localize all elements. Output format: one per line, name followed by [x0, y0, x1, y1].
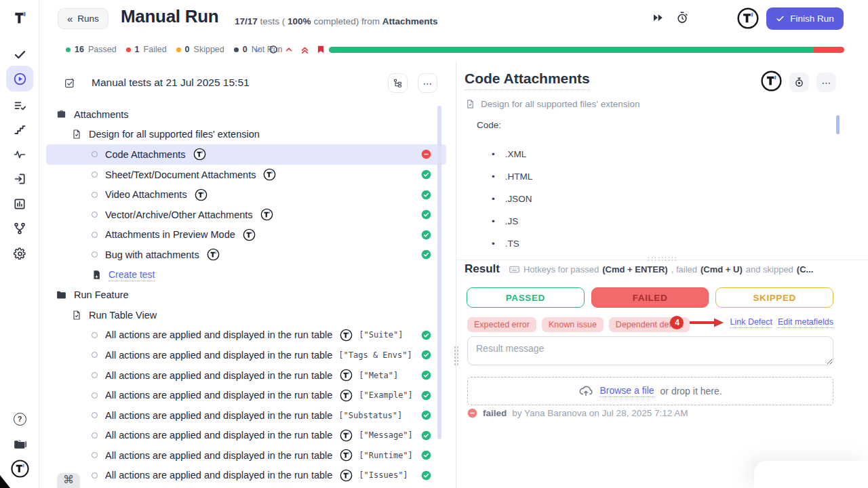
- tree-scrollbar[interactable]: [437, 106, 441, 439]
- result-message-input[interactable]: [467, 336, 833, 365]
- detail-more-button[interactable]: ⋯: [816, 73, 836, 92]
- status-passed-icon: [421, 430, 431, 441]
- test-marker-circle: [92, 412, 98, 418]
- projects-folder-icon[interactable]: [0, 434, 39, 453]
- circle-icon[interactable]: [269, 45, 278, 54]
- testomat-badge-icon: [340, 369, 353, 382]
- stopwatch-button[interactable]: [789, 73, 809, 92]
- file-drop-area[interactable]: Browse a file or drop it here.: [467, 377, 833, 405]
- passed-button[interactable]: PASSED: [467, 287, 585, 308]
- skipped-button[interactable]: SKIPPED: [715, 287, 833, 308]
- file-plus-icon: [92, 270, 102, 280]
- double-chevron-up-icon[interactable]: [300, 45, 310, 55]
- runs-play-icon-active[interactable]: [6, 66, 33, 92]
- fast-forward-icon[interactable]: [652, 12, 664, 24]
- tree-row-doc[interactable]: Run Table View: [46, 305, 446, 325]
- tree-row-test[interactable]: Attachments in Preview Mode: [46, 225, 446, 245]
- corner-popup: [754, 461, 868, 488]
- tree-item-label: Design for all supported files' extensio…: [89, 129, 260, 140]
- tree-row-test[interactable]: All actions are applied and displayed in…: [46, 426, 446, 446]
- tree-more-button[interactable]: ⋯: [418, 73, 437, 93]
- progress-passed: [329, 47, 814, 53]
- tree-row-test[interactable]: All actions are applied and displayed in…: [46, 466, 446, 486]
- test-marker-circle: [92, 232, 98, 238]
- timer-icon[interactable]: [675, 11, 689, 24]
- skipped-count: 0: [185, 45, 190, 54]
- test-marker-circle: [92, 392, 98, 399]
- tree-rows: AttachmentsDesign for all supported file…: [39, 104, 456, 485]
- tree-row-test[interactable]: All actions are applied and displayed in…: [46, 405, 446, 426]
- help-icon[interactable]: ?: [0, 409, 39, 428]
- tree-row-test[interactable]: Bug with attachments: [46, 245, 446, 265]
- drop-hint: or drop it here.: [660, 386, 722, 396]
- tree-row-test[interactable]: All actions are applied and displayed in…: [46, 365, 446, 386]
- test-marker-circle: [92, 432, 98, 439]
- testomat-badge-icon: [195, 188, 208, 201]
- test-logo-avatar[interactable]: [761, 70, 782, 94]
- tree-row-test[interactable]: Vector/Archive/Other Attachments: [46, 205, 446, 225]
- tree-row-test[interactable]: All actions are applied and displayed in…: [46, 385, 446, 405]
- result-buttons: PASSED FAILED SKIPPED: [467, 287, 833, 308]
- bookmark-icon[interactable]: [316, 44, 326, 55]
- testomat-logo-icon[interactable]: [0, 8, 39, 27]
- cmd-key-button[interactable]: ⌘: [57, 473, 80, 488]
- import-icon[interactable]: [0, 169, 39, 188]
- result-badge[interactable]: Known issue: [542, 317, 604, 332]
- edit-metafields-link[interactable]: Edit metafields: [778, 317, 833, 328]
- test-marker-circle: [92, 251, 98, 258]
- code-extension-item: .JS: [492, 210, 532, 232]
- link-defect-link[interactable]: Link Defect: [730, 317, 772, 328]
- browse-file-link[interactable]: Browse a file: [599, 385, 654, 397]
- test-tag: ["Message"]: [359, 430, 412, 440]
- tree-row-test[interactable]: Video Attachments: [46, 184, 446, 205]
- status-failed-icon: [421, 149, 431, 159]
- branch-icon[interactable]: [0, 219, 39, 238]
- result-badges: Expected errorKnown issueDependent defec…: [467, 317, 690, 332]
- status-passed-icon: [421, 330, 431, 340]
- tree-item-label: All actions are applied and displayed in…: [105, 390, 332, 401]
- tests-check-icon[interactable]: [0, 45, 39, 64]
- finish-run-button[interactable]: Finish Run: [766, 7, 844, 30]
- testomat-badge-icon: [207, 248, 220, 261]
- user-avatar[interactable]: [737, 7, 759, 32]
- failed-button[interactable]: FAILED: [591, 287, 709, 308]
- tree-item-label: Bug with attachments: [105, 249, 199, 260]
- tree-item-label: All actions are applied and displayed in…: [105, 450, 332, 461]
- panel-resize-handle[interactable]: [454, 346, 459, 366]
- chevron-down-icon[interactable]: [252, 45, 262, 55]
- activity-icon[interactable]: [0, 145, 39, 164]
- test-marker-circle: [92, 352, 98, 358]
- list-check-icon[interactable]: [0, 96, 39, 115]
- tree-row-suite[interactable]: Attachments: [46, 104, 446, 125]
- description-scrollbar[interactable]: [836, 115, 840, 134]
- back-label: Runs: [77, 14, 99, 24]
- tree-row-link[interactable]: Create test: [46, 265, 446, 285]
- passed-count: 16: [75, 45, 84, 54]
- chevron-up-icon[interactable]: [284, 45, 294, 54]
- test-marker-circle: [92, 192, 98, 198]
- tree-row-doc[interactable]: Design for all supported files' extensio…: [46, 125, 446, 145]
- tree-row-test[interactable]: All actions are applied and displayed in…: [46, 325, 446, 346]
- result-badge[interactable]: Expected error: [467, 317, 536, 332]
- test-tag: ["Runtime"]: [359, 451, 412, 460]
- tree-row-test[interactable]: All actions are applied and displayed in…: [46, 345, 446, 365]
- testomat-logo-avatar[interactable]: [0, 459, 39, 478]
- source-suite: Attachments: [382, 16, 438, 26]
- report-chart-icon[interactable]: [0, 195, 39, 214]
- annotation-number: 4: [670, 316, 684, 329]
- tree-row-test[interactable]: Sheet/Text/Document Attachments: [46, 165, 446, 185]
- back-to-runs-button[interactable]: « Runs: [58, 8, 108, 29]
- settings-gear-icon[interactable]: [0, 244, 39, 263]
- section-resize-handle[interactable]: [647, 256, 678, 262]
- testomat-badge-icon: [193, 148, 206, 161]
- test-title[interactable]: Code Attachments: [465, 70, 590, 90]
- history-text: by Yana Baranova on Jul 28, 2025 7:12 AM: [512, 408, 688, 418]
- tree-row-folder[interactable]: Run Feature: [46, 285, 446, 305]
- steps-icon[interactable]: [0, 121, 39, 140]
- tree-row-test[interactable]: Code Attachments: [46, 144, 446, 165]
- tree-row-test[interactable]: All actions are applied and displayed in…: [46, 445, 446, 466]
- testomat-badge-icon: [340, 429, 353, 442]
- tree-item-label: All actions are applied and displayed in…: [105, 470, 332, 481]
- folder-icon: [56, 289, 67, 301]
- tree-view-button[interactable]: [388, 73, 408, 93]
